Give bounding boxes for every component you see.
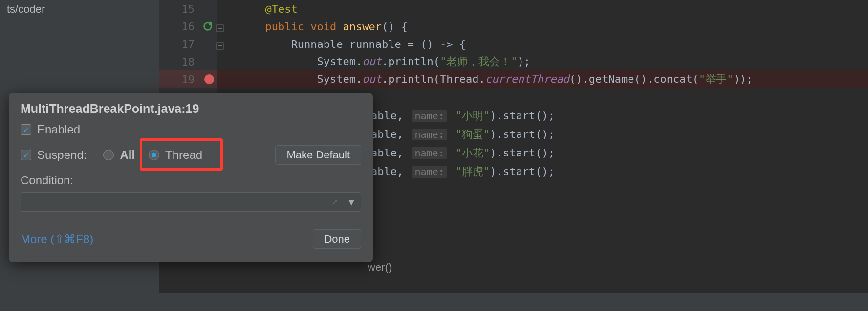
- line-number: 16: [182, 21, 195, 33]
- line-number: 18: [182, 56, 195, 68]
- code-line[interactable]: 18 System.out.println("老师，我会！");: [159, 53, 868, 70]
- code-line[interactable]: 16 public void answer() {: [159, 18, 868, 35]
- gutter[interactable]: 17: [159, 35, 217, 53]
- breakpoint-icon[interactable]: [204, 74, 214, 84]
- breakpoint-popup: MultiThreadBreakPoint.java:19 ✓ Enabled …: [9, 93, 373, 262]
- fold-icon[interactable]: [216, 40, 224, 48]
- make-default-button[interactable]: Make Default: [275, 145, 361, 165]
- line-number: 15: [182, 3, 195, 15]
- condition-field[interactable]: ⤢: [21, 192, 342, 212]
- suspend-thread-label: Thread: [165, 148, 202, 162]
- suspend-thread-radio[interactable]: [149, 150, 159, 160]
- enabled-label: Enabled: [37, 123, 80, 136]
- chevron-down-icon: ▾: [348, 195, 354, 209]
- line-number: 19: [182, 73, 195, 86]
- breadcrumb-method[interactable]: wer(): [368, 261, 392, 274]
- suspend-checkbox[interactable]: ✓: [21, 150, 31, 160]
- expand-icon[interactable]: ⤢: [332, 198, 338, 206]
- code-content: @Test: [217, 3, 298, 15]
- code-line[interactable]: 17 Runnable runnable = () -> {: [159, 35, 868, 53]
- code-content: System.out.println("老师，我会！");: [217, 54, 530, 69]
- done-button[interactable]: Done: [313, 229, 361, 249]
- line-number: 17: [182, 38, 195, 50]
- gutter[interactable]: 16: [159, 18, 217, 35]
- code-line[interactable]: 15 @Test: [159, 0, 868, 18]
- suspend-row: ✓ Suspend: All Thread Make Default: [21, 145, 361, 165]
- suspend-all-label: All: [120, 148, 135, 162]
- enabled-checkbox[interactable]: ✓: [21, 124, 31, 135]
- run-test-icon[interactable]: [202, 21, 213, 32]
- code-content: Runnable runnable = () -> {: [217, 38, 466, 50]
- fold-icon[interactable]: [216, 22, 224, 30]
- code-content: public void answer() {: [217, 21, 408, 33]
- condition-dropdown[interactable]: ▾: [342, 192, 361, 212]
- gutter[interactable]: 18: [159, 53, 217, 70]
- code-content: System.out.println(Thread.currentThread(…: [217, 72, 753, 87]
- condition-input-group: ⤢ ▾: [21, 192, 361, 212]
- condition-label: Condition:: [21, 174, 73, 187]
- gutter[interactable]: 15: [159, 0, 217, 18]
- suspend-all-radio[interactable]: [103, 150, 114, 160]
- enabled-row: ✓ Enabled: [21, 123, 361, 136]
- sidebar-path-fragment: ts/coder: [4, 2, 155, 17]
- popup-title: MultiThreadBreakPoint.java:19: [21, 102, 361, 116]
- condition-label-row: Condition:: [21, 174, 361, 187]
- gutter[interactable]: 19: [159, 70, 217, 88]
- status-bar: [159, 293, 868, 311]
- more-link[interactable]: More (⇧⌘F8): [21, 232, 93, 246]
- code-line-breakpoint[interactable]: 19 System.out.println(Thread.currentThre…: [159, 70, 868, 88]
- suspend-label: Suspend:: [37, 148, 87, 162]
